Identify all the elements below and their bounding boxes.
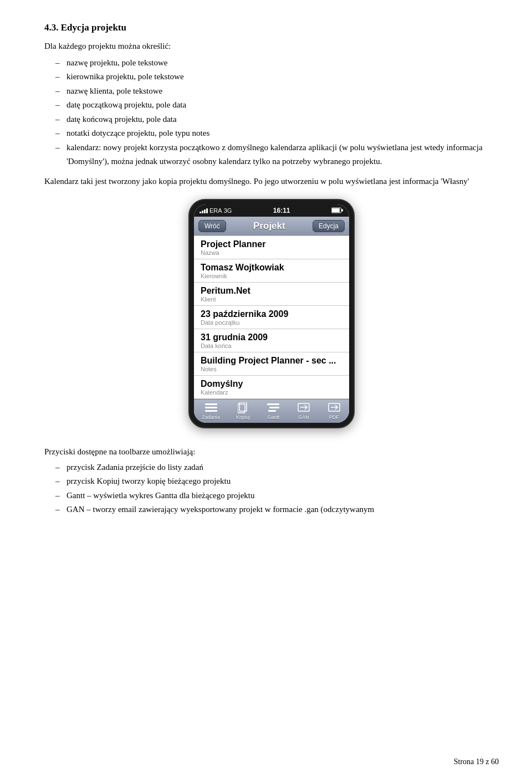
- signal-bar-1: [200, 212, 201, 213]
- row-label-nazwa: Nazwa: [201, 249, 342, 256]
- gan-icon: [296, 402, 311, 413]
- svg-rect-2: [341, 209, 343, 212]
- signal-bars: [200, 208, 208, 213]
- footer-list-item: GAN – tworzy email zawierający wyeksport…: [55, 503, 499, 517]
- table-row-kalendarz: Domyślny Kalendarz: [194, 376, 349, 399]
- table-row-klient: Peritum.Net Klient: [194, 283, 349, 306]
- nav-bar: Wróć Projekt Edycja: [194, 217, 349, 236]
- svg-rect-3: [205, 403, 217, 405]
- edit-button[interactable]: Edycja: [313, 220, 345, 232]
- nav-title: Projekt: [253, 221, 285, 232]
- list-item: nazwę klienta, pole tekstowe: [55, 84, 499, 99]
- signal-bar-2: [202, 211, 203, 213]
- back-button[interactable]: Wróć: [198, 220, 226, 232]
- svg-rect-1: [332, 208, 340, 212]
- zadania-icon: [204, 402, 218, 413]
- table-row-data-poczatku: 23 października 2009 Data początku: [194, 306, 349, 329]
- screenshot-container: ERA 3G 16:11 Wróć Projekt Edycja: [44, 199, 499, 428]
- feature-list: nazwę projektu, pole tekstowe kierownika…: [55, 56, 499, 169]
- footer-list-item: Gantt – wyświetla wykres Gantta dla bież…: [55, 489, 499, 503]
- toolbar-item-gan[interactable]: GAN: [296, 402, 311, 420]
- zadania-label: Zadania: [202, 414, 220, 420]
- gan-label: GAN: [298, 414, 309, 420]
- status-time: 16:11: [273, 207, 290, 214]
- list-item: notatki dotyczące projektu, pole typu no…: [55, 126, 499, 141]
- svg-rect-8: [267, 403, 279, 405]
- kopiuj-icon: [236, 402, 250, 413]
- row-value-kierownik: Tomasz Wojtkowiak: [201, 263, 342, 273]
- svg-rect-4: [205, 407, 217, 408]
- carrier-label: ERA: [209, 207, 222, 214]
- kopiuj-label: Kopiuj: [236, 414, 250, 420]
- pdf-icon: [327, 402, 341, 413]
- svg-rect-5: [205, 410, 217, 412]
- toolbar-item-gantt[interactable]: Gantt: [266, 402, 280, 420]
- status-right: [331, 207, 344, 213]
- toolbar-item-pdf[interactable]: PDF: [327, 402, 341, 420]
- row-value-nazwa: Project Planner: [201, 239, 342, 249]
- row-label-notes: Notes: [201, 366, 342, 372]
- status-left: ERA 3G: [200, 207, 232, 214]
- table-row-nazwa: Project Planner Nazwa: [194, 236, 349, 259]
- page-number: Strona 19 z 60: [454, 758, 499, 766]
- pdf-label: PDF: [329, 414, 339, 420]
- network-label: 3G: [224, 207, 232, 214]
- footer-section: Przyciski dostępne na toolbarze umożliwi…: [44, 445, 499, 517]
- list-item: kierownika projektu, pole tekstowe: [55, 70, 499, 84]
- table-row-data-konca: 31 grudnia 2009 Data końca: [194, 329, 349, 352]
- battery-icon: [331, 207, 344, 213]
- list-item: datę początkową projektu, pole data: [55, 98, 499, 112]
- row-value-data-konca: 31 grudnia 2009: [201, 332, 342, 342]
- table-view: Project Planner Nazwa Tomasz Wojtkowiak …: [194, 236, 349, 399]
- row-value-kalendarz: Domyślny: [201, 379, 342, 389]
- toolbar: Zadania Kopiuj: [194, 399, 349, 423]
- row-label-kalendarz: Kalendarz: [201, 389, 342, 396]
- svg-rect-9: [269, 407, 279, 408]
- row-label-kierownik: Kierownik: [201, 273, 342, 279]
- list-item: nazwę projektu, pole tekstowe: [55, 56, 499, 70]
- row-value-notes: Building Project Planner - sec ...: [201, 356, 342, 366]
- section-heading: 4.3. Edycja projektu: [44, 22, 499, 33]
- status-bar: ERA 3G 16:11: [194, 204, 349, 217]
- list-item: kalendarz: nowy projekt korzysta początk…: [55, 141, 499, 169]
- footer-list-item: przycisk Zadania przejście do listy zada…: [55, 460, 499, 475]
- intro-paragraph: Dla każdego projektu można określić:: [44, 40, 499, 53]
- table-row-notes: Building Project Planner - sec ... Notes: [194, 352, 349, 376]
- iphone-mockup: ERA 3G 16:11 Wróć Projekt Edycja: [188, 199, 355, 428]
- footer-list-item: przycisk Kopiuj tworzy kopię bieżącego p…: [55, 474, 499, 489]
- footer-intro: Przyciski dostępne na toolbarze umożliwi…: [44, 445, 499, 458]
- paragraph-calendar: Kalendarz taki jest tworzony jako kopia …: [44, 175, 499, 188]
- toolbar-item-kopiuj[interactable]: Kopiuj: [236, 402, 250, 420]
- signal-bar-3: [204, 209, 206, 213]
- row-label-data-konca: Data końca: [201, 342, 342, 349]
- row-label-data-poczatku: Data początku: [201, 319, 342, 326]
- signal-bar-4: [206, 208, 208, 213]
- list-item: datę końcową projektu, pole data: [55, 112, 499, 127]
- iphone-screen: ERA 3G 16:11 Wróć Projekt Edycja: [194, 204, 349, 423]
- table-row-kierownik: Tomasz Wojtkowiak Kierownik: [194, 259, 349, 283]
- toolbar-item-zadania[interactable]: Zadania: [202, 402, 220, 420]
- gantt-icon: [266, 402, 280, 413]
- row-value-klient: Peritum.Net: [201, 286, 342, 296]
- row-label-klient: Klient: [201, 296, 342, 303]
- footer-list: przycisk Zadania przejście do listy zada…: [55, 460, 499, 517]
- gantt-label: Gantt: [267, 414, 279, 420]
- svg-rect-10: [268, 410, 276, 412]
- row-value-data-poczatku: 23 października 2009: [201, 309, 342, 319]
